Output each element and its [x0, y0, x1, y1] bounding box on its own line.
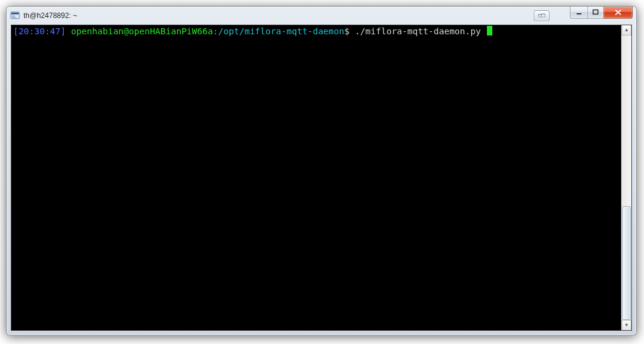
scroll-down-icon: ▼ [624, 323, 629, 328]
window-controls [534, 7, 633, 21]
vertical-scrollbar[interactable]: ▲ ▼ [621, 25, 631, 330]
command-text: ./miflora-mqtt-daemon.py [355, 26, 481, 36]
scroll-up-button[interactable]: ▲ [622, 25, 631, 35]
svg-rect-8 [577, 13, 581, 14]
svg-rect-3 [12, 17, 16, 17]
close-button[interactable] [604, 7, 633, 19]
terminal-output[interactable]: [20:30:47] openhabian@openHABianPiW66a:/… [11, 25, 621, 330]
svg-rect-6 [539, 14, 541, 15]
svg-rect-2 [12, 16, 14, 16]
titlebar[interactable]: th@h2478892: ~ [7, 7, 636, 25]
svg-rect-1 [11, 13, 19, 14]
svg-rect-7 [542, 14, 545, 14]
dual-monitor-button[interactable] [534, 10, 550, 21]
window-title: th@h2478892: ~ [23, 11, 534, 20]
minimize-button[interactable] [570, 7, 587, 19]
scrollbar-track[interactable] [622, 35, 631, 320]
prompt-user: openhabian [71, 26, 123, 36]
prompt-host: openHABianPiW66a [129, 26, 213, 36]
scrollbar-thumb[interactable] [622, 206, 631, 320]
scroll-up-icon: ▲ [624, 28, 629, 32]
maximize-button[interactable] [587, 7, 604, 19]
scroll-down-button[interactable]: ▼ [622, 320, 631, 330]
terminal-cursor [487, 26, 492, 35]
prompt-path: /opt/miflora-mqtt-daemon [218, 26, 345, 36]
prompt-at: @ [123, 26, 129, 36]
prompt-timestamp: [20:30:47] [13, 26, 66, 36]
prompt-dollar: $ [344, 26, 350, 36]
svg-rect-9 [593, 10, 598, 14]
putty-window: th@h2478892: ~ [6, 6, 637, 336]
terminal-client-area: [20:30:47] openhabian@openHABianPiW66a:/… [11, 25, 632, 331]
prompt-colon: : [213, 26, 218, 36]
terminal-icon [10, 11, 20, 20]
